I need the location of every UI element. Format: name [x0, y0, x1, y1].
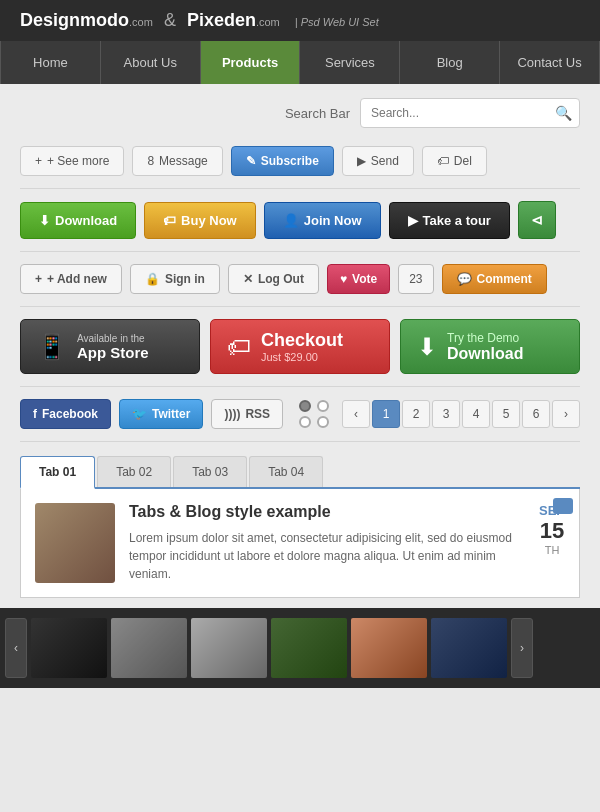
tab-article-body: Lorem ipsum dolor sit amet, consectetur …: [129, 529, 525, 583]
add-new-label: + Add new: [47, 272, 107, 286]
ampersand: &: [164, 10, 181, 30]
thumbnail-5[interactable]: [351, 618, 427, 678]
radio-group: [299, 400, 329, 428]
join-now-button[interactable]: 👤 Join Now: [264, 202, 381, 239]
comment-label: Comment: [477, 272, 532, 286]
twitter-icon: 🐦: [132, 407, 147, 421]
button-row-3: + + Add new 🔒 Sign in ✕ Log Out ♥ Vote 2…: [0, 256, 600, 302]
download-icon: ⬇: [39, 213, 50, 228]
vote-button[interactable]: ♥ Vote: [327, 264, 390, 294]
send-button[interactable]: ▶ Send: [342, 146, 414, 176]
radio-1[interactable]: [299, 400, 311, 412]
nav-item-blog[interactable]: Blog: [400, 41, 500, 84]
tab-article-date: SEP 15 TH: [539, 503, 565, 556]
see-more-button[interactable]: + + See more: [20, 146, 124, 176]
log-out-button[interactable]: ✕ Log Out: [228, 264, 319, 294]
tab-03[interactable]: Tab 03: [173, 456, 247, 487]
try-demo-button[interactable]: ⬇ Try the Demo Download: [400, 319, 580, 374]
nav-item-contact[interactable]: Contact Us: [500, 41, 600, 84]
date-suffix: TH: [539, 544, 565, 556]
share-icon: ⊲: [531, 212, 543, 228]
search-input[interactable]: [360, 98, 580, 128]
rss-button[interactable]: )))) RSS: [211, 399, 283, 429]
rss-icon: )))): [224, 407, 240, 421]
demo-text: Try the Demo Download: [447, 331, 523, 363]
page-4-button[interactable]: 4: [462, 400, 490, 428]
send-label: Send: [371, 154, 399, 168]
search-button[interactable]: 🔍: [555, 105, 572, 121]
add-new-button[interactable]: + + Add new: [20, 264, 122, 294]
radio-2[interactable]: [317, 400, 329, 412]
thumb-prev-button[interactable]: ‹: [5, 618, 27, 678]
divider-2: [20, 251, 580, 252]
tag-icon: 🏷: [437, 154, 449, 168]
page-1-button[interactable]: 1: [372, 400, 400, 428]
header: Designmodo.com & Pixeden.com | Psd Web U…: [0, 0, 600, 41]
tab-article-image: [35, 503, 115, 583]
date-day: 15: [539, 518, 565, 544]
subscribe-button[interactable]: ✎ Subscribe: [231, 146, 334, 176]
facebook-label: Facebook: [42, 407, 98, 421]
vote-label: Vote: [352, 272, 377, 286]
page-2-button[interactable]: 2: [402, 400, 430, 428]
tag3-icon: 🏷: [227, 333, 251, 361]
page-6-button[interactable]: 6: [522, 400, 550, 428]
take-tour-button[interactable]: ▶ Take a tour: [389, 202, 510, 239]
thumbnail-2[interactable]: [111, 618, 187, 678]
thumbnail-1[interactable]: [31, 618, 107, 678]
cta-row: 📱 Available in the App Store 🏷 Checkout …: [0, 311, 600, 382]
phone-icon: 📱: [37, 333, 67, 361]
share-button[interactable]: ⊲: [518, 201, 556, 239]
message-button[interactable]: 8 Message: [132, 146, 222, 176]
tab-bar: Tab 01 Tab 02 Tab 03 Tab 04: [20, 456, 580, 489]
brand2-text: Pixeden: [187, 10, 256, 30]
thumbnail-4[interactable]: [271, 618, 347, 678]
checkout-top-text: Checkout: [261, 330, 343, 351]
del-label: Del: [454, 154, 472, 168]
radio-4[interactable]: [317, 416, 329, 428]
tab-04[interactable]: Tab 04: [249, 456, 323, 487]
download-button[interactable]: ⬇ Download: [20, 202, 136, 239]
twitter-label: Twitter: [152, 407, 190, 421]
play-icon: ▶: [408, 213, 418, 228]
app-store-button[interactable]: 📱 Available in the App Store: [20, 319, 200, 374]
nav-item-about[interactable]: About Us: [101, 41, 201, 84]
plus-icon: +: [35, 154, 42, 168]
divider-1: [20, 188, 580, 189]
page-3-button[interactable]: 3: [432, 400, 460, 428]
radio-3[interactable]: [299, 416, 311, 428]
thumb-next-button[interactable]: ›: [511, 618, 533, 678]
thumbnail-6[interactable]: [431, 618, 507, 678]
nav-item-home[interactable]: Home: [0, 41, 101, 84]
person-icon: 👤: [283, 213, 299, 228]
sign-in-button[interactable]: 🔒 Sign in: [130, 264, 220, 294]
button-row-2: ⬇ Download 🏷 Buy Now 👤 Join Now ▶ Take a…: [0, 193, 600, 247]
prev-page-button[interactable]: ‹: [342, 400, 370, 428]
checkout-button[interactable]: 🏷 Checkout Just $29.00: [210, 319, 390, 374]
buy-now-button[interactable]: 🏷 Buy Now: [144, 202, 256, 239]
tab-01[interactable]: Tab 01: [20, 456, 95, 489]
del-button[interactable]: 🏷 Del: [422, 146, 487, 176]
divider-3: [20, 306, 580, 307]
plus2-icon: +: [35, 272, 42, 286]
logo: Designmodo.com & Pixeden.com | Psd Web U…: [20, 10, 379, 31]
main-content: Search Bar 🔍 + + See more 8 Message ✎ Su…: [0, 84, 600, 688]
tag2-icon: 🏷: [163, 213, 176, 228]
thumbnail-3[interactable]: [191, 618, 267, 678]
demo-icon: ⬇: [417, 333, 437, 361]
subscribe-label: Subscribe: [261, 154, 319, 168]
pagination: ‹ 1 2 3 4 5 6 ›: [342, 400, 580, 428]
arrow-icon: ▶: [357, 154, 366, 168]
demo-main-text: Download: [447, 345, 523, 363]
tab-content: Tabs & Blog style example Lorem ipsum do…: [20, 489, 580, 598]
nav-item-services[interactable]: Services: [300, 41, 400, 84]
message-count-badge: 8: [147, 154, 154, 168]
twitter-button[interactable]: 🐦 Twitter: [119, 399, 203, 429]
appstore-main-text: App Store: [77, 344, 149, 361]
page-5-button[interactable]: 5: [492, 400, 520, 428]
facebook-button[interactable]: f Facebook: [20, 399, 111, 429]
tab-02[interactable]: Tab 02: [97, 456, 171, 487]
nav-item-products[interactable]: Products: [201, 41, 301, 84]
next-page-button[interactable]: ›: [552, 400, 580, 428]
comment-button[interactable]: 💬 Comment: [442, 264, 547, 294]
